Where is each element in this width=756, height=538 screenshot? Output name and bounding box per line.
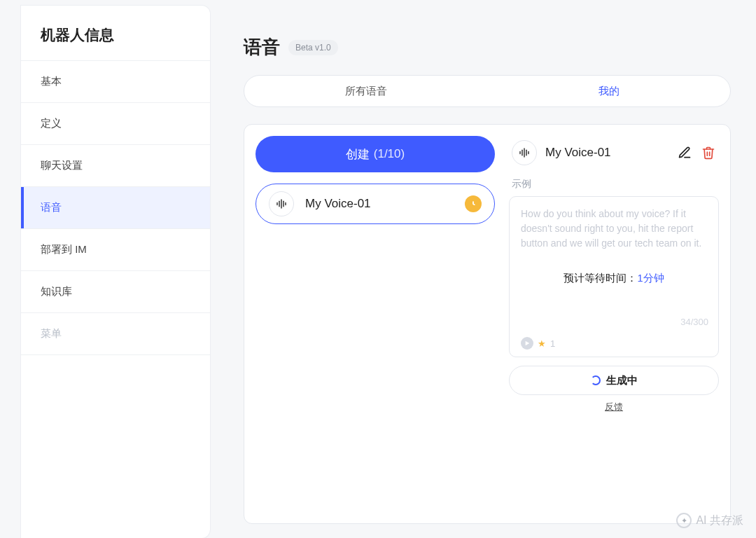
generate-button[interactable]: 生成中	[509, 366, 719, 395]
spinner-icon	[591, 375, 601, 385]
create-label: 创建	[346, 146, 370, 163]
waveform-icon	[269, 191, 294, 216]
watermark-text: AI 共存派	[696, 513, 743, 528]
create-count: (1/10)	[374, 147, 405, 161]
sidebar-item-deploy-im[interactable]: 部署到 IM	[21, 229, 210, 271]
tab-all-voices[interactable]: 所有语音	[244, 76, 487, 106]
voice-panel: 创建 (1/10) My Voice-01	[244, 124, 731, 524]
play-count: 1	[550, 338, 555, 349]
voice-list-column: 创建 (1/10) My Voice-01	[255, 136, 495, 512]
delete-icon[interactable]	[701, 145, 716, 160]
main: 语音 Beta v1.0 所有语音 我的 创建 (1/10)	[210, 0, 756, 538]
version-badge: Beta v1.0	[288, 40, 338, 55]
wait-label: 预计等待时间：	[564, 273, 637, 284]
example-section-label: 示例	[512, 178, 716, 191]
sidebar-item-voice[interactable]: 语音	[21, 187, 210, 229]
page-title: 语音	[244, 35, 280, 60]
play-row: ★ 1	[521, 330, 707, 350]
watermark-icon: ✦	[676, 513, 692, 528]
waveform-icon	[512, 140, 537, 165]
voice-detail-column: My Voice-01 示例 How do you think abou	[509, 136, 719, 512]
voice-list-item[interactable]: My Voice-01	[255, 184, 495, 224]
tab-my-voices[interactable]: 我的	[487, 76, 730, 106]
example-box: How do you think about my voice? If it d…	[509, 196, 719, 357]
sidebar-item-chat-settings[interactable]: 聊天设置	[21, 145, 210, 187]
detail-head: My Voice-01	[509, 136, 719, 175]
sidebar-title: 机器人信息	[21, 6, 210, 61]
voice-name: My Voice-01	[305, 197, 454, 211]
sidebar-item-basic[interactable]: 基本	[21, 61, 210, 103]
sidebar-item-knowledge[interactable]: 知识库	[21, 271, 210, 313]
sidebar-item-menu[interactable]: 菜单	[21, 313, 210, 355]
star-icon: ★	[538, 338, 546, 349]
svg-marker-10	[526, 341, 530, 345]
sidebar: 机器人信息 基本 定义 聊天设置 语音 部署到 IM 知识库 菜单	[21, 6, 210, 538]
generate-label: 生成中	[606, 374, 638, 387]
example-text: How do you think about my voice? If it d…	[521, 207, 707, 251]
char-counter: 34/300	[680, 317, 708, 327]
edit-icon[interactable]	[677, 145, 692, 160]
page-head: 语音 Beta v1.0	[244, 35, 731, 60]
watermark: ✦ AI 共存派	[676, 513, 743, 528]
play-icon[interactable]	[521, 337, 533, 350]
voice-tabs: 所有语音 我的	[244, 75, 731, 107]
sidebar-item-definition[interactable]: 定义	[21, 103, 210, 145]
feedback-link[interactable]: 反馈	[509, 401, 719, 413]
wait-row: 预计等待时间：1分钟	[521, 272, 707, 285]
pending-clock-icon	[465, 195, 482, 212]
wait-value: 1分钟	[637, 273, 664, 284]
create-voice-button[interactable]: 创建 (1/10)	[255, 136, 495, 172]
detail-voice-name: My Voice-01	[545, 146, 668, 160]
